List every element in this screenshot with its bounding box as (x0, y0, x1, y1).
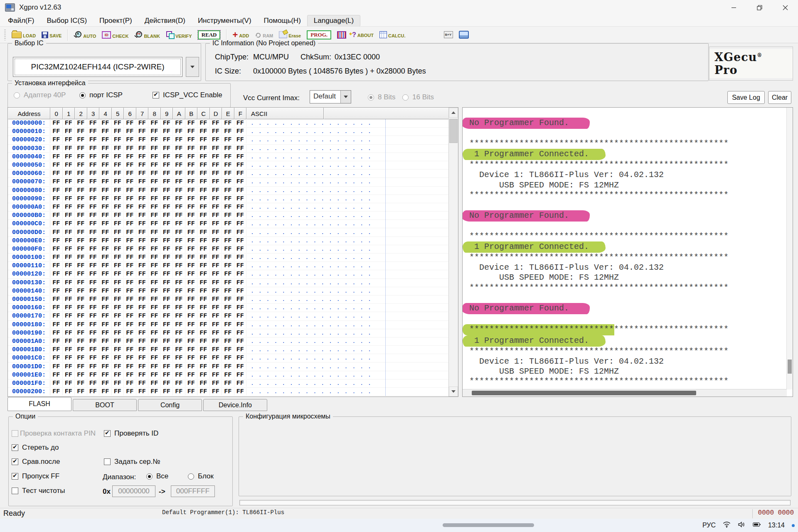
icsp-port-radio[interactable]: порт ICSP (79, 91, 123, 99)
hex-byte[interactable]: FF (112, 338, 124, 345)
hex-byte[interactable]: FF (112, 254, 124, 261)
taskbar-center-pill[interactable] (443, 523, 534, 527)
hex-byte[interactable]: FF (173, 279, 185, 286)
hex-byte[interactable]: FF (234, 195, 247, 202)
hex-byte[interactable]: FF (222, 237, 234, 244)
about-button[interactable]: ? ABOUT (352, 32, 374, 38)
hex-byte[interactable]: FF (136, 220, 149, 227)
calculator-button[interactable]: CALCU. (379, 31, 406, 38)
hex-byte[interactable]: FF (124, 330, 136, 337)
hex-byte[interactable]: FF (75, 145, 87, 152)
hex-byte[interactable]: FF (210, 246, 222, 253)
hex-byte[interactable]: FF (148, 254, 161, 261)
hex-byte[interactable]: FF (50, 279, 63, 286)
hex-byte[interactable]: FF (197, 204, 210, 211)
hex-row[interactable]: 000001A0:FFFFFFFFFFFFFFFFFFFFFFFFFFFFFFF… (8, 337, 449, 346)
hex-row[interactable]: 00000010:FFFFFFFFFFFFFFFFFFFFFFFFFFFFFFF… (8, 128, 449, 136)
hex-byte[interactable]: FF (99, 346, 112, 353)
hex-byte[interactable]: FF (173, 304, 185, 311)
menu-item[interactable]: Помощь(H) (258, 15, 307, 26)
hex-byte[interactable]: FF (63, 304, 75, 311)
hex-byte[interactable]: FF (50, 229, 63, 236)
hex-byte[interactable]: FF (222, 204, 234, 211)
hex-byte[interactable]: FF (112, 204, 124, 211)
hex-col-header[interactable]: E (222, 108, 234, 119)
hex-byte[interactable]: FF (222, 178, 234, 185)
hex-byte[interactable]: FF (210, 204, 222, 211)
hex-byte[interactable]: FF (75, 271, 87, 278)
hex-byte[interactable]: FF (185, 195, 198, 202)
hex-byte[interactable]: FF (50, 262, 63, 269)
hex-byte[interactable]: FF (63, 262, 75, 269)
hex-byte[interactable]: FF (173, 380, 185, 387)
hex-byte[interactable]: FF (87, 153, 100, 160)
hex-byte[interactable]: FF (222, 170, 234, 177)
hex-byte[interactable]: FF (210, 195, 222, 202)
hex-byte[interactable]: FF (197, 120, 210, 127)
hex-byte[interactable]: FF (185, 296, 198, 303)
save-log-button[interactable]: Save Log (727, 91, 765, 104)
hex-byte[interactable]: FF (197, 170, 210, 177)
hex-byte[interactable]: FF (112, 178, 124, 185)
hex-byte[interactable]: FF (87, 346, 100, 353)
hex-byte[interactable]: FF (234, 120, 247, 127)
hex-byte[interactable]: FF (210, 162, 222, 169)
hex-row[interactable]: 00000160:FFFFFFFFFFFFFFFFFFFFFFFFFFFFFFF… (8, 304, 449, 312)
hex-byte[interactable]: FF (234, 288, 247, 295)
hex-byte[interactable]: FF (185, 229, 198, 236)
hex-byte[interactable]: FF (161, 288, 173, 295)
hex-byte[interactable]: FF (210, 346, 222, 353)
hex-byte[interactable]: FF (99, 254, 112, 261)
hex-byte[interactable]: FF (173, 170, 185, 177)
hex-byte[interactable]: FF (197, 195, 210, 202)
hex-byte[interactable]: FF (185, 372, 198, 379)
hex-byte[interactable]: FF (99, 145, 112, 152)
hex-byte[interactable]: FF (75, 363, 87, 370)
hex-byte[interactable]: FF (185, 162, 198, 169)
hex-byte[interactable]: FF (161, 388, 173, 395)
hex-byte[interactable]: FF (112, 153, 124, 160)
range-from-field[interactable]: 00000000 (112, 485, 155, 497)
hex-byte[interactable]: FF (50, 237, 63, 244)
hex-byte[interactable]: FF (222, 363, 234, 370)
hex-byte[interactable]: FF (148, 136, 161, 143)
buffer-swap-button[interactable]: B+Y (444, 31, 453, 38)
hex-byte[interactable]: FF (99, 237, 112, 244)
hex-byte[interactable]: FF (222, 187, 234, 194)
hex-byte[interactable]: FF (173, 296, 185, 303)
hex-byte[interactable]: FF (124, 153, 136, 160)
hex-byte[interactable]: FF (124, 346, 136, 353)
hex-byte[interactable]: FF (210, 120, 222, 127)
hex-byte[interactable]: FF (136, 355, 149, 362)
hex-byte[interactable]: FF (136, 338, 149, 345)
ic-select-combo[interactable]: PIC32MZ1024EFH144 (ICSP-2WIRE) (13, 57, 182, 77)
hex-byte[interactable]: FF (197, 254, 210, 261)
hex-byte[interactable]: FF (124, 120, 136, 127)
hex-byte[interactable]: FF (197, 279, 210, 286)
hex-byte[interactable]: FF (161, 279, 173, 286)
imax-dropdown-button[interactable] (340, 91, 351, 103)
hex-byte[interactable]: FF (124, 262, 136, 269)
hex-byte[interactable]: FF (124, 220, 136, 227)
save-button[interactable]: SAVE (42, 32, 62, 38)
hex-byte[interactable]: FF (185, 288, 198, 295)
hex-byte[interactable]: FF (63, 254, 75, 261)
hex-byte[interactable]: FF (210, 372, 222, 379)
hex-byte[interactable]: FF (173, 262, 185, 269)
log-vertical-scrollbar[interactable] (786, 108, 793, 389)
check-id-checkbox[interactable]: Проверять ID (104, 429, 158, 438)
hex-byte[interactable]: FF (136, 204, 149, 211)
hex-col-header[interactable]: 5 (112, 108, 124, 119)
hex-byte[interactable]: FF (173, 363, 185, 370)
hex-byte[interactable]: FF (63, 313, 75, 320)
hex-row[interactable]: 000001C0:FFFFFFFFFFFFFFFFFFFFFFFFFFFFFFF… (8, 354, 449, 362)
hex-byte[interactable]: FF (173, 355, 185, 362)
hex-byte[interactable]: FF (173, 136, 185, 143)
check-id-button[interactable]: ID CHECK (102, 31, 128, 39)
hex-byte[interactable]: FF (222, 262, 234, 269)
hex-byte[interactable]: FF (50, 145, 63, 152)
hex-byte[interactable]: FF (173, 178, 185, 185)
hex-byte[interactable]: FF (50, 170, 63, 177)
hex-byte[interactable]: FF (75, 136, 87, 143)
hex-byte[interactable]: FF (87, 279, 100, 286)
